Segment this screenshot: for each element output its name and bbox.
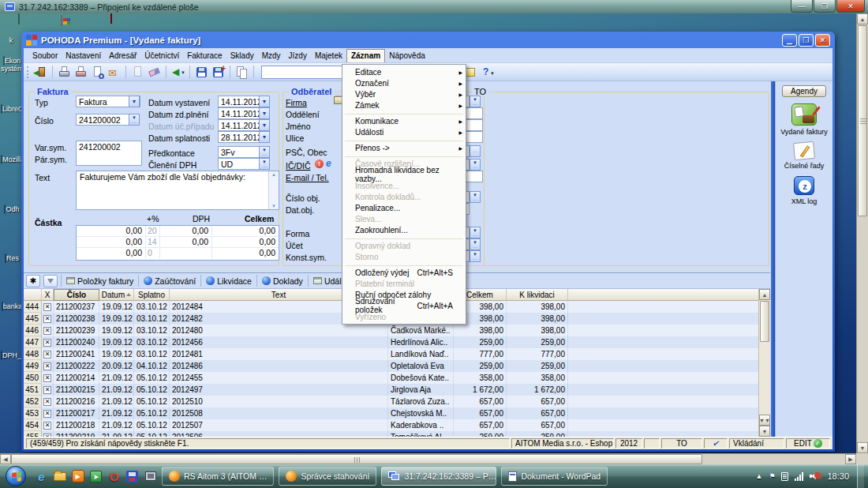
tab-zauctovani[interactable]: Zaúčtování [138,275,200,287]
row-checkbox[interactable]: ✕ [43,327,51,335]
tray-expand-icon[interactable]: ▲ [755,472,762,480]
menu-item[interactable]: Výběr ▶ [343,88,465,99]
firma-combo-button[interactable]: ▼… [470,96,481,107]
explorer-quicklaunch-icon[interactable] [53,469,66,483]
varsym-field[interactable]: 241200002 [76,141,142,166]
menubar-item[interactable]: Záznam [346,49,385,62]
save-new-button[interactable]: + [211,65,226,80]
action-center-icon[interactable] [781,472,788,481]
rdp-horizontal-scrollbar[interactable]: ◀ ▶ [0,453,856,464]
print-settings-button[interactable] [73,65,88,80]
row-checkbox[interactable]: ✕ [43,386,51,394]
menu-item[interactable]: Označení ▶ [343,77,465,88]
row-checkbox[interactable]: ✕ [43,303,51,311]
menubar-item[interactable]: Soubor [28,50,62,62]
rdp-minimize-button[interactable]: — [791,0,813,13]
opera-quicklaunch-icon[interactable]: O [107,469,121,483]
invoice-row[interactable]: 448 ✕ 211200241 19.09.12 03.10.12 201248… [24,348,770,360]
ucet-combo-button[interactable]: ▼… [470,238,481,250]
predkontace-combo-button[interactable]: ▼… [259,146,270,158]
table-scroll-down[interactable]: ▼ [759,426,770,437]
scroll-left-button[interactable]: ◀ [0,454,11,464]
text-scrollbar[interactable]: ▲▼ [268,171,279,209]
text-field[interactable]: Fakturujeme Vám zboží dle Vaší objednávk… [76,171,279,210]
desktop-shortcut[interactable]: Ekon systém [1,57,23,73]
datum-plneni-field[interactable]: 14.11.2012 [218,107,260,119]
menubar-item[interactable]: Fakturace [183,50,226,62]
rdp-vertical-scrollbar[interactable]: ▲ ▼ [856,13,868,453]
clean-button[interactable] [147,65,162,80]
rdp-close-button[interactable]: ✕ [836,0,865,13]
cleneni-dph-field[interactable]: UD [218,158,260,170]
ic-dic-label[interactable]: IČ/DIČ [286,161,311,171]
agendy-tab[interactable]: Agendy [782,85,826,97]
invoice-row[interactable]: 446 ✕ 211200239 19.09.12 03.10.12 201248… [24,325,770,336]
desktop-shortcut[interactable]: LibreO [1,105,23,113]
new-document-button[interactable] [130,65,145,80]
exit-button[interactable]: ◀ [33,65,48,80]
horizontal-scroll-thumb[interactable] [11,454,702,464]
row-checkbox[interactable]: ✕ [43,339,51,347]
rdp-connection-bar[interactable]: 31.7.242.162:3389 – Připojení ke vzdálen… [0,0,868,13]
menu-item[interactable]: Zámek ▶ [343,99,465,111]
minimize-button[interactable]: ▁ [782,34,797,47]
invoice-row[interactable]: 455 ✕ 211200219 21.09.12 05.10.12 201250… [24,431,770,437]
col-splatno[interactable]: Splatno [134,289,170,301]
desktop-shortcut[interactable]: DPH_1 [1,351,23,359]
menu-item[interactable]: Hromadná likvidace bez vazby... ▶ [343,169,465,180]
menu-item[interactable]: Insolvence... ▶ [343,180,465,191]
menu-item[interactable]: Storno ▶ [343,251,465,262]
tab-polozky-faktury[interactable]: Položky faktury [61,275,138,287]
menubar-item[interactable]: Adresář [105,50,140,62]
cleneni-dph-combo-button[interactable]: ▼… [259,158,270,170]
print-preview-button[interactable] [90,65,105,80]
menu-item[interactable]: Opravný doklad ▶ [343,240,465,251]
table-scroll-up[interactable]: ▲ [759,289,770,300]
media-player-quicklaunch-icon[interactable]: ▶ [71,469,84,483]
close-button[interactable]: ✕ [815,34,830,47]
menubar-item[interactable]: Nápověda [385,50,429,62]
menubar-item[interactable]: Jízdy [285,50,311,62]
dic-combo-button[interactable]: ▼… [470,159,481,171]
forma-combo-button[interactable]: ▼… [470,227,481,238]
row-checkbox[interactable]: ✕ [43,362,51,370]
datum-vystaveni-arrow[interactable]: ▼ [259,96,270,107]
desktop-shortcut[interactable]: banka [1,302,23,310]
recycle-bin-icon[interactable] [6,14,32,24]
mail-export-button[interactable]: ✉ [107,65,122,80]
invoice-row[interactable]: 454 ✕ 211200218 21.09.12 05.10.12 201250… [24,419,770,431]
copy-button[interactable] [234,65,249,80]
save-app-quicklaunch-icon[interactable] [125,469,139,483]
menubar-item[interactable]: Sklady [226,50,258,62]
volume-muted-icon[interactable] [810,471,821,481]
rdp-restore-button[interactable]: ❐ [814,0,836,13]
menu-item[interactable]: Kontrola dokladů... ▶ [343,191,465,202]
invoice-row[interactable]: 450 ✕ 211200214 21.09.12 05.10.12 201245… [24,372,770,384]
cislo-obj-combo-button[interactable]: ▼… [470,191,481,203]
predkontace-field[interactable]: 3Fv [218,146,260,158]
desktop-shortcut[interactable]: Res [1,254,23,262]
menubar-item[interactable]: Nastavení [62,50,105,62]
menu-item[interactable]: Zaokrouhlení... ▶ [343,224,465,235]
menu-item[interactable]: Editace ▶ [343,66,465,77]
network-icon[interactable] [795,472,803,481]
save-button[interactable] [194,65,209,80]
invoice-row[interactable]: 449 ✕ 211200222 20.09.12 04.10.12 201248… [24,360,770,372]
agenda-vydane-faktury[interactable]: Vydané faktury [776,103,832,136]
datum-pripadu-field[interactable]: 14.11.2012 [218,119,260,131]
invoice-row[interactable]: 453 ✕ 211200217 21.09.12 05.10.12 201250… [24,407,770,419]
col-datum[interactable]: Datum [99,289,134,301]
firma-label[interactable]: Firma [286,98,307,107]
tab-doklady[interactable]: Doklady [256,275,308,287]
datum-vystaveni-field[interactable]: 14.11.2012 [218,96,260,107]
taskbar-button-firefox-1[interactable]: RS Aitom 3 (AITOM … [162,467,274,486]
scroll-down-button[interactable]: ▼ [857,442,868,453]
menu-item[interactable]: Platební terminál ▶ [343,278,465,289]
insolvency-icon[interactable]: ! [315,160,324,168]
ares-icon[interactable]: e [326,160,331,168]
context-help-button[interactable]: ?▼ [479,65,494,80]
desktop-shortcut[interactable]: Mozilla [1,156,23,163]
konst-sym-combo-button[interactable]: ▼… [470,250,481,262]
taskbar-button-wordpad[interactable]: Dokument - WordPad [501,467,608,486]
invoice-row[interactable]: 447 ✕ 211200240 19.09.12 03.10.12 201245… [24,336,770,348]
